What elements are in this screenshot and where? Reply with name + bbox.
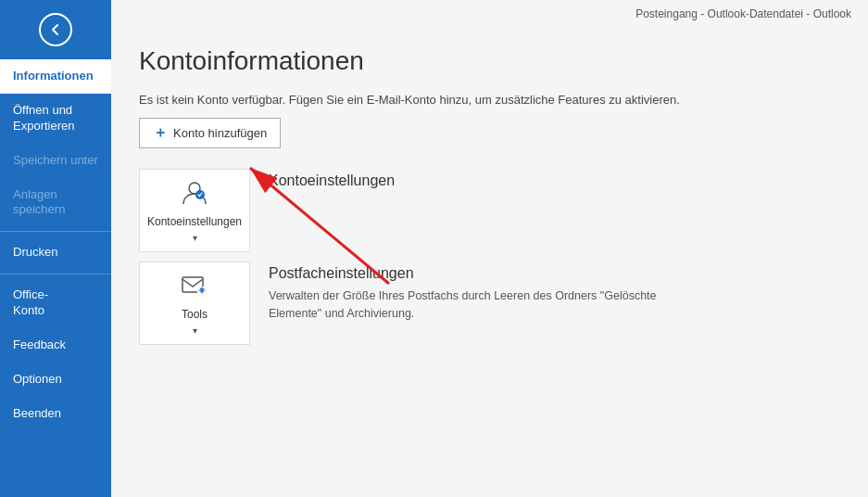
kontoeinstellungen-info: Kontoeinstellungen <box>269 169 395 195</box>
postfacheinstellungen-label: Tools <box>182 308 208 321</box>
breadcrumb: Posteingang - Outlook-Datendatei - Outlo… <box>635 7 851 20</box>
sidebar-divider-2 <box>0 274 111 274</box>
content-area: Kontoinformationen Es ist kein Konto ver… <box>111 24 868 497</box>
sidebar-item-informationen[interactable]: Informationen <box>0 59 111 94</box>
sidebar-item-oeffnen-exportieren[interactable]: Öffnen und Exportieren <box>0 94 111 144</box>
kontoeinstellungen-label: Kontoeinstellungen <box>147 215 242 228</box>
sidebar-divider-1 <box>0 231 111 232</box>
postfacheinstellungen-card[interactable]: Tools ▾ <box>139 261 250 345</box>
info-text: Es ist kein Konto verfügbar. Fügen Sie e… <box>139 93 831 107</box>
kontoeinstellungen-card[interactable]: Kontoeinstellungen ▾ <box>139 169 250 252</box>
person-icon <box>180 178 209 211</box>
sidebar-item-beenden[interactable]: Beenden <box>0 397 111 431</box>
postfacheinstellungen-title: Postfacheinstellungen <box>269 265 658 282</box>
sidebar-item-office-konto[interactable]: Office- Konto <box>0 278 111 328</box>
main-content: Posteingang - Outlook-Datendatei - Outlo… <box>111 0 868 497</box>
back-circle-icon[interactable] <box>39 13 72 46</box>
kontoeinstellungen-chevron: ▾ <box>193 233 197 243</box>
postfacheinstellungen-description: Verwalten der Größe Ihres Postfachs durc… <box>269 287 658 323</box>
topbar: Posteingang - Outlook-Datendatei - Outlo… <box>111 0 868 24</box>
sidebar-item-feedback[interactable]: Feedback <box>0 328 111 363</box>
kontoeinstellungen-title: Kontoeinstellungen <box>269 172 395 189</box>
cards-section: Kontoeinstellungen ▾ Kontoeinstellungen <box>139 169 831 354</box>
arrow-left-icon <box>48 22 63 37</box>
postfacheinstellungen-chevron: ▾ <box>193 325 197 336</box>
sidebar-item-optionen[interactable]: Optionen <box>0 363 111 397</box>
plus-icon: ＋ <box>153 123 168 143</box>
sidebar: Informationen Öffnen und Exportieren Spe… <box>0 0 111 497</box>
add-account-label: Konto hinzufügen <box>173 126 267 140</box>
sidebar-item-drucken[interactable]: Drucken <box>0 236 111 270</box>
back-button[interactable] <box>0 0 111 59</box>
sidebar-item-anlagen-speichern: Anlagen speichern <box>0 178 111 228</box>
postfacheinstellungen-row: Tools ▾ Postfacheinstellungen Verwalten … <box>139 261 831 345</box>
kontoeinstellungen-row: Kontoeinstellungen ▾ Kontoeinstellungen <box>139 169 831 252</box>
page-title: Kontoinformationen <box>139 46 831 76</box>
tools-icon <box>180 271 209 304</box>
add-account-button[interactable]: ＋ Konto hinzufügen <box>139 118 281 148</box>
sidebar-item-speichern-unter: Speichern unter <box>0 144 111 178</box>
postfacheinstellungen-info: Postfacheinstellungen Verwalten der Größ… <box>269 261 658 323</box>
